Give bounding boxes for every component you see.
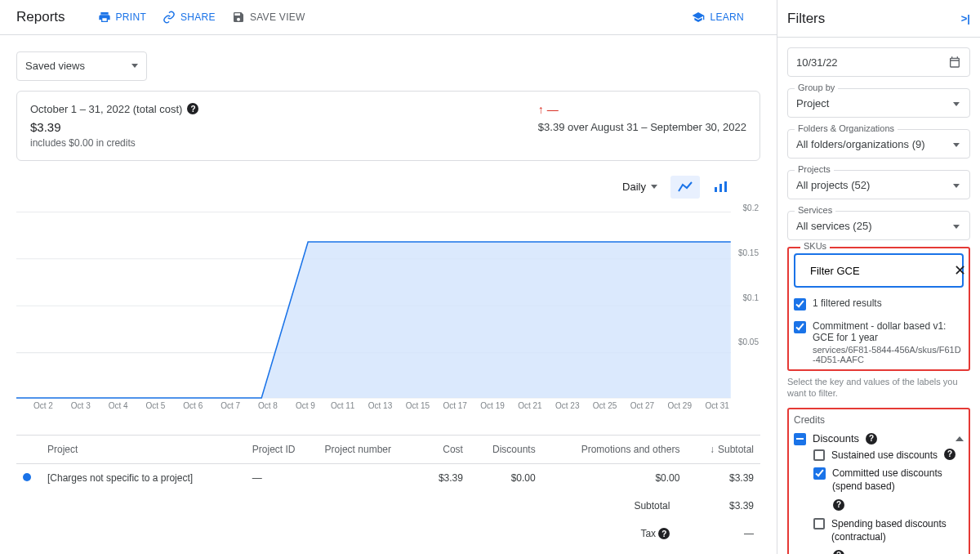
help-icon[interactable]: ?: [833, 499, 844, 511]
sustained-use-row[interactable]: Sustained use discounts ?: [813, 449, 964, 462]
chevron-down-icon: [131, 64, 138, 68]
col-project-number[interactable]: Project number: [318, 435, 421, 463]
granularity-label: Daily: [622, 181, 646, 193]
subtotal-value: $3.39: [686, 492, 760, 520]
help-icon[interactable]: ?: [187, 103, 198, 114]
col-promotions[interactable]: Promotions and others: [542, 435, 687, 463]
help-icon[interactable]: ?: [833, 550, 844, 554]
svg-rect-1: [719, 184, 722, 192]
skus-label: SKUs: [800, 241, 830, 251]
chevron-down-icon: [953, 102, 960, 106]
collapse-filters-icon[interactable]: >|: [961, 12, 970, 25]
summary-cost: $3.39: [30, 120, 198, 134]
print-icon: [98, 11, 111, 24]
chevron-down-icon: [953, 184, 960, 188]
col-cost[interactable]: Cost: [421, 435, 469, 463]
chevron-up-icon[interactable]: [956, 436, 964, 441]
bar-chart-button[interactable]: [706, 176, 736, 199]
summary-credits: includes $0.00 in credits: [30, 137, 198, 149]
sku-filter-input[interactable]: [810, 265, 947, 277]
help-icon[interactable]: ?: [866, 433, 877, 445]
svg-rect-2: [724, 181, 727, 192]
checkbox[interactable]: [794, 298, 806, 311]
tax-value: —: [686, 520, 760, 548]
header: Reports PRINT SHARE SAVE VIEW LEARN: [0, 0, 777, 35]
chart-xaxis: Oct 2Oct 3Oct 4Oct 5Oct 6Oct 7Oct 8Oct 9…: [16, 400, 760, 410]
checkbox[interactable]: [813, 449, 825, 461]
group-by-select[interactable]: Group byProject: [787, 88, 970, 118]
subtotal-label: Subtotal: [16, 492, 686, 520]
save-view-label: SAVE VIEW: [250, 11, 305, 23]
filters-panel: Filters >| 10/31/22 Group byProject Fold…: [777, 0, 980, 554]
sku-filter-input-wrap: ✕: [794, 253, 964, 288]
save-view-button[interactable]: SAVE VIEW: [232, 11, 305, 24]
line-chart-icon: [678, 181, 693, 193]
ytick: $0.1: [743, 293, 759, 302]
granularity-dropdown[interactable]: Daily: [622, 181, 657, 193]
main-body: Saved views October 1 – 31, 2022 (total …: [0, 35, 777, 554]
series-color-dot: [23, 473, 31, 481]
folders-select[interactable]: Folders & OrganizationsAll folders/organ…: [787, 129, 970, 159]
date-select[interactable]: 10/31/22: [787, 47, 970, 77]
ytick: $0.05: [738, 337, 759, 346]
cost-table: Project Project ID Project number Cost D…: [16, 435, 760, 554]
help-icon[interactable]: ?: [658, 528, 670, 539]
calendar-icon: [948, 56, 961, 69]
chart-controls: Daily: [16, 176, 760, 199]
save-icon: [232, 11, 245, 24]
chevron-down-icon: [953, 143, 960, 147]
ytick: $0.2: [743, 203, 759, 212]
print-label: PRINT: [116, 11, 147, 23]
col-discounts[interactable]: Discounts: [470, 435, 542, 463]
checkbox[interactable]: [794, 321, 806, 333]
col-subtotal[interactable]: ↓Subtotal: [686, 435, 760, 463]
col-project[interactable]: Project: [41, 435, 246, 463]
sku-result-row[interactable]: Commitment - dollar based v1: GCE for 1 …: [794, 320, 964, 364]
filtered-total-value: $3.39: [686, 547, 760, 554]
col-project-id[interactable]: Project ID: [246, 435, 318, 463]
sort-down-icon: ↓: [710, 444, 715, 455]
filtered-total-label: Filtered total ?: [16, 547, 686, 554]
chevron-down-icon: [953, 225, 960, 229]
labels-hint: Select the key and values of the labels …: [787, 376, 970, 400]
committed-use-row[interactable]: Committed use discounts (spend based): [813, 467, 964, 493]
learn-button[interactable]: LEARN: [692, 11, 744, 24]
filters-header: Filters >|: [777, 0, 980, 38]
share-button[interactable]: SHARE: [163, 11, 216, 24]
link-icon: [163, 11, 176, 24]
trend-indicator: ↑ —: [538, 103, 559, 116]
trend-text: $3.39 over August 31 – September 30, 202…: [538, 121, 746, 133]
ytick: $0.15: [738, 248, 759, 257]
learn-icon: [692, 11, 705, 24]
line-chart-button[interactable]: [670, 176, 700, 199]
saved-views-label: Saved views: [25, 60, 85, 72]
credits-label: Credits: [794, 414, 964, 426]
filters-title: Filters: [787, 11, 825, 27]
share-label: SHARE: [180, 11, 216, 23]
spending-based-row[interactable]: Spending based discounts (contractual): [813, 517, 964, 543]
main-panel: Reports PRINT SHARE SAVE VIEW LEARN Save…: [0, 0, 777, 554]
discounts-group[interactable]: Discounts ?: [794, 432, 964, 445]
page-title: Reports: [16, 9, 65, 25]
table-row[interactable]: [Charges not specific to a project] — $3…: [16, 463, 760, 492]
cost-chart: $0.2 $0.15 $0.1 $0.05: [16, 203, 760, 400]
learn-label: LEARN: [710, 11, 744, 23]
checkbox-indeterminate[interactable]: [794, 433, 806, 445]
print-button[interactable]: PRINT: [98, 11, 147, 24]
close-icon[interactable]: ✕: [954, 261, 966, 279]
summary-card: October 1 – 31, 2022 (total cost) ? $3.3…: [16, 91, 760, 161]
summary-range: October 1 – 31, 2022 (total cost) ?: [30, 103, 198, 115]
checkbox[interactable]: [813, 467, 826, 480]
bar-chart-icon: [714, 181, 728, 193]
tax-label: Tax ?: [16, 520, 686, 548]
help-icon[interactable]: ?: [944, 449, 956, 460]
credits-highlight: Credits Discounts ? Sustained use discou…: [787, 408, 970, 554]
svg-rect-0: [715, 187, 717, 192]
projects-select[interactable]: ProjectsAll projects (52): [787, 170, 970, 199]
skus-highlight: SKUs ✕ 1 filtered results Commitment - d…: [787, 247, 970, 371]
services-select[interactable]: ServicesAll services (25): [787, 211, 970, 240]
arrow-up-icon: ↑ —: [538, 103, 559, 116]
checkbox[interactable]: [813, 518, 825, 529]
saved-views-dropdown[interactable]: Saved views: [16, 51, 147, 81]
sku-filtered-results-row[interactable]: 1 filtered results: [794, 297, 964, 311]
